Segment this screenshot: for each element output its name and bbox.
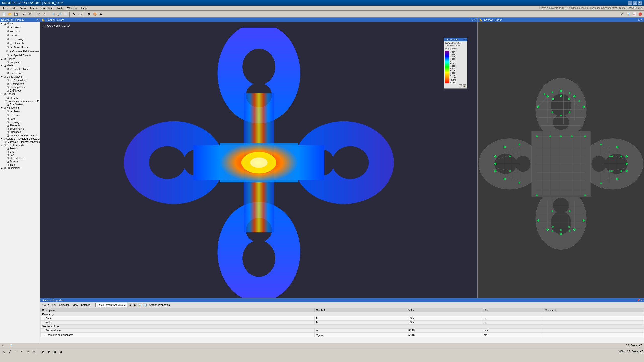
props-export-btn[interactable]: 📊 xyxy=(138,303,142,307)
snap-btn-3[interactable]: ⊞ xyxy=(52,349,57,354)
right-viewport-close[interactable]: ✕ xyxy=(640,18,642,21)
nav-numbering-subpanels[interactable]: ☐ Subpanels xyxy=(0,130,40,134)
snap-btn-1[interactable]: ⊕ xyxy=(40,349,45,354)
nav-obj-part[interactable]: ☐ Part xyxy=(0,153,40,157)
minimize-button[interactable]: _ xyxy=(628,1,632,5)
nav-on-parts[interactable]: ☑ ▭ On Parts xyxy=(0,71,40,75)
nav-obj-stress-points[interactable]: ☐ Stress Points xyxy=(0,157,40,160)
menu-calculate[interactable]: Calculate xyxy=(39,6,55,10)
nav-results-toggle[interactable]: ▶ ☑ Results xyxy=(0,57,40,61)
nav-numbering-parts[interactable]: ☐ Parts xyxy=(0,117,40,121)
nav-colors-toggle[interactable]: ▼ ☑ Colors of Rendered Objects by xyxy=(0,137,40,140)
nav-numbering-concrete-reinf[interactable]: ☐ Concrete Reinforcement xyxy=(0,134,40,137)
nav-numbering-stress-points[interactable]: ☐ Stress Points xyxy=(0,127,40,130)
nav-model-toggle[interactable]: ▼ ☑ Model xyxy=(0,22,40,25)
nav-coordinate-info[interactable]: ☑ Coordinate Information on Cursor xyxy=(0,100,40,103)
left-viewport-maximize[interactable]: □ xyxy=(472,18,473,21)
nav-mesh-toggle[interactable]: ▼ ☑ Mesh xyxy=(0,64,40,67)
print-preview-button[interactable]: 👁 xyxy=(28,11,33,17)
goto-button[interactable]: Go To xyxy=(41,303,50,307)
nav-special-objects[interactable]: ☑ ★ Special Objects xyxy=(0,53,40,57)
menu-insert[interactable]: Insert xyxy=(28,6,39,10)
settings-button[interactable]: Settings xyxy=(80,303,91,307)
display-button[interactable]: ⚙ xyxy=(86,11,92,17)
menu-edit[interactable]: Edit xyxy=(10,6,18,10)
nav-numbering-toggle[interactable]: ▼ ☑ Numbering xyxy=(0,106,40,109)
nav-openings[interactable]: ☑ ○ Openings xyxy=(0,37,40,41)
nav-numbering-openings[interactable]: ☐ Openings xyxy=(0,121,40,124)
props-prev-btn[interactable]: ◀ xyxy=(128,303,132,307)
row-geom-sectional-area[interactable]: Geometric sectional area Ageom 54.15 cm² xyxy=(41,333,644,337)
nav-clipping-box[interactable]: ☑ Clipping Box xyxy=(0,82,40,86)
nav-obj-line[interactable]: ☐ Line xyxy=(0,150,40,153)
nav-simplex-mesh[interactable]: ☑ ⬡ Simplex Mesh xyxy=(0,67,40,71)
props-close-icon[interactable]: ✕ xyxy=(640,299,642,302)
draw-polyline[interactable]: ⌒ xyxy=(13,349,19,354)
select-box-button[interactable]: ▭ xyxy=(77,11,83,17)
nav-obj-points[interactable]: ☐ Points xyxy=(0,147,40,150)
calculate-button[interactable]: ▶ xyxy=(98,11,104,17)
nav-stress-points-model[interactable]: ☑ ✦ Stress Points xyxy=(0,45,40,49)
snap-btn-4[interactable]: ⊡ xyxy=(58,349,63,354)
section-props-tab[interactable]: Section Properties xyxy=(148,303,171,307)
navigator-close-icon[interactable]: ✕ xyxy=(37,18,39,21)
menu-file[interactable]: File xyxy=(1,6,10,10)
nav-object-property-toggle[interactable]: ▼ ☑ Object Property xyxy=(0,144,40,147)
view-button[interactable]: View xyxy=(72,303,79,307)
color-button[interactable]: 🎨 xyxy=(92,11,98,17)
undo-button[interactable]: ↩ xyxy=(36,11,42,17)
nav-numbering-lines[interactable]: ☐ — Lines xyxy=(0,113,40,117)
row-depth[interactable]: Depth h 146.4 mm xyxy=(41,316,644,321)
nav-material-display-props[interactable]: ☑ Material & Display Properties xyxy=(0,140,40,144)
save-button[interactable]: 💾 xyxy=(13,11,19,17)
legend-icon-btn-2[interactable]: ▦ xyxy=(463,84,466,88)
new-button[interactable]: 📄 xyxy=(1,11,7,17)
nav-numbering-points[interactable]: ☐ • Points xyxy=(0,109,40,113)
draw-circle[interactable]: ○ xyxy=(25,349,31,354)
left-viewport-minimize[interactable]: ─ xyxy=(470,18,471,21)
nav-guide-objects-toggle[interactable]: ▼ ☑ Guide Objects xyxy=(0,75,40,78)
legend-close-btn[interactable]: ✕ xyxy=(464,38,466,41)
tb-right-3[interactable]: 📈 xyxy=(631,11,637,17)
nav-lines[interactable]: ☑ — Lines xyxy=(0,29,40,33)
zoom-in-button[interactable]: 🔍 xyxy=(51,11,56,17)
open-button[interactable]: 📂 xyxy=(7,11,13,17)
zoom-all-button[interactable]: ⬜ xyxy=(63,11,68,17)
nav-obj-stirrups[interactable]: ☐ Stirrups xyxy=(0,160,40,163)
snap-btn-2[interactable]: ⊗ xyxy=(46,349,51,354)
nav-numbering-elements[interactable]: ☐ Elements xyxy=(0,124,40,127)
nav-general-toggle[interactable]: ▼ ☑ General xyxy=(0,92,40,96)
nav-clipping-plane[interactable]: ☑ Clipping Plane xyxy=(0,86,40,89)
redo-button[interactable]: ↪ xyxy=(42,11,48,17)
maximize-button[interactable]: □ xyxy=(633,1,637,5)
menu-help[interactable]: Help xyxy=(79,6,89,10)
analysis-type-select[interactable]: Finite Element Analysis xyxy=(95,303,127,307)
draw-pointer[interactable]: ↖ xyxy=(1,349,7,354)
left-viewport-tab[interactable]: Section_3.rsc* xyxy=(46,18,64,21)
props-next-btn[interactable]: ▶ xyxy=(133,303,137,307)
props-pin-icon[interactable]: 📌 xyxy=(637,299,640,302)
menu-tools[interactable]: Tools xyxy=(55,6,65,10)
left-viewport[interactable]: 📐 Section_3.rsc* ─ □ ✕ τxy (Vy = 1kN) [N… xyxy=(40,18,478,298)
nav-parts[interactable]: ☑ ▭ Parts xyxy=(0,33,40,37)
status-icon-2[interactable]: 📊 xyxy=(9,344,12,347)
select-button[interactable]: ↖ xyxy=(71,11,77,17)
legend-icon-btn-1[interactable]: ⬜ xyxy=(459,84,462,88)
print-button[interactable]: 🖨 xyxy=(22,11,27,17)
status-icon-1[interactable]: ⚙ xyxy=(2,344,4,347)
menu-view[interactable]: View xyxy=(18,6,28,10)
nav-dimensions[interactable]: ☑ ↔ Dimensions xyxy=(0,78,40,82)
nav-obj-bars[interactable]: ☐ Bars xyxy=(0,163,40,166)
model-checkbox[interactable]: ☑ xyxy=(4,22,6,25)
right-viewport-tab[interactable]: Section_3.rsc* xyxy=(484,18,502,21)
nav-preselection-toggle[interactable]: ▶ ☑ Preselection xyxy=(0,166,40,170)
tb-right-1[interactable]: ⚙ xyxy=(619,11,625,17)
nav-grid[interactable]: ☑ ⊞ Grid xyxy=(0,96,40,100)
zoom-out-button[interactable]: 🔎 xyxy=(57,11,62,17)
nav-subpanels[interactable]: ☑ Subpanels xyxy=(0,61,40,64)
menu-window[interactable]: Window xyxy=(65,6,79,10)
right-viewport[interactable]: 📐 Section_3.rsc* ─ □ ✕ xyxy=(478,18,644,298)
right-viewport-maximize[interactable]: □ xyxy=(638,18,640,21)
right-viewport-minimize[interactable]: ─ xyxy=(636,18,638,21)
draw-arc[interactable]: ◜ xyxy=(19,349,25,354)
